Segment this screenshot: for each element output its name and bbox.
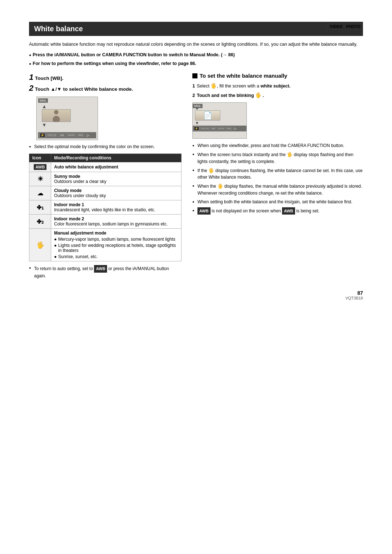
table-row: ✤₁ Indoor mode 1 Incandescent light, vid…: [29, 200, 181, 215]
awb-mode-name: Auto white balance adjustment: [54, 164, 178, 170]
indoor2-mode-name: Indoor mode 2: [54, 216, 178, 221]
right-step1: 1 Select 🖐, fill the screen with a white…: [192, 82, 363, 90]
cloudy-mode-cell: Cloudy mode Outdoors under cloudy sky: [51, 186, 181, 200]
cloudy-mode-name: Cloudy mode: [54, 188, 178, 193]
right-step1-number: 1: [192, 83, 195, 89]
manual-icon: 🖐: [36, 241, 44, 249]
manual-bullet3-text: Sunrise, sunset, etc.: [58, 254, 98, 259]
page-number: 87: [357, 290, 363, 296]
indoor2-mode-desc: Color fluorescent lamps, sodium lamps in…: [54, 221, 178, 227]
camera-screen-right: MHL ▲ 📄 ▼ ⚡ FOCUS WB SHTR IRIS: [192, 102, 247, 139]
table-col2-header: Mode/Recording conditions: [51, 154, 181, 162]
manual-mode-name: Manual adjustment mode: [54, 231, 178, 236]
indoor1-mode-cell: Indoor mode 1 Incandescent light, video …: [51, 200, 181, 215]
return-note: To return to auto setting, set to AWB or…: [29, 265, 181, 279]
page-title: White balance: [29, 22, 363, 36]
section-title-box: To set the white balance manually: [192, 73, 363, 79]
table-col1-header: Icon: [29, 154, 51, 162]
cloudy-icon: ☁: [37, 190, 43, 196]
manual-icon-cell: 🖐: [29, 229, 51, 261]
right-bullets: When using the viewfinder, press and hol…: [192, 142, 363, 215]
video-photo-badge: VIDEOPHOTO: [327, 23, 363, 30]
sunny-mode-cell: Sunny mode Outdoors under a clear sky: [51, 172, 181, 186]
awb-badge-right1: AWB: [197, 207, 211, 215]
section-title: To set the white balance manually: [200, 73, 287, 79]
right-bullet-6: AWB is not displayed on the screen when …: [192, 207, 363, 215]
manual-bullet2-text: Lights used for wedding receptions at ho…: [58, 243, 178, 253]
mode-table: Icon Mode/Recording conditions AWB Auto …: [29, 154, 181, 261]
svg-point-1: [53, 116, 60, 122]
awb-mode-cell: Auto white balance adjustment: [51, 162, 181, 172]
step2-line: 2 Touch ▲/▼ to select White balance mode…: [29, 83, 181, 93]
right-bullet-2: When the screen turns black instantly an…: [192, 151, 363, 165]
right-step2: 2 Touch and set the blinking 🖐 .: [192, 92, 363, 99]
indoor2-icon-cell: ✤₂: [29, 215, 51, 229]
table-row: ☁ Cloudy mode Outdoors under cloudy sky: [29, 186, 181, 200]
right-bullet-4: When the 🖐 display flashes, the manual w…: [192, 183, 363, 196]
indoor1-mode-desc: Incandescent light, video lights like in…: [54, 207, 178, 212]
indoor2-icon: ✤₂: [37, 219, 44, 225]
indoor1-icon: ✤₁: [37, 204, 44, 211]
left-column: 1 Touch [WB]. 2 Touch ▲/▼ to select Whit…: [29, 73, 181, 279]
step2-number: 2: [29, 83, 33, 93]
awb-badge: AWB: [34, 164, 47, 170]
video-label: VIDEO: [330, 24, 344, 29]
awb-badge-right2: AWB: [282, 207, 295, 215]
sunny-icon-cell: ☀: [29, 172, 51, 186]
awb-icon-cell: AWB: [29, 162, 51, 172]
bullet-viewfinder: For how to perform the settings when usi…: [29, 60, 363, 67]
awb-badge-inline: AWB: [94, 265, 107, 273]
indoor1-icon-cell: ✤₁: [29, 200, 51, 215]
right-step2-desc: Touch and set the blinking 🖐 .: [197, 92, 264, 99]
photo-label: PHOTO: [346, 24, 360, 29]
sunny-mode-desc: Outdoors under a clear sky: [54, 179, 178, 184]
right-step1-desc: Select 🖐, fill the screen with a white s…: [197, 82, 290, 90]
manual-bullets: ● Mercury-vapor lamps, sodium lamps, som…: [54, 237, 178, 259]
cloudy-mode-desc: Outdoors under cloudy sky: [54, 193, 178, 198]
right-bullet-5: When setting both the white balance and …: [192, 199, 363, 205]
page-content: VIDEOPHOTO White balance Automatic white…: [29, 22, 363, 300]
step2-text: Touch ▲/▼ to select White balance mode.: [35, 86, 133, 93]
svg-point-0: [54, 110, 58, 114]
cloudy-icon-cell: ☁: [29, 186, 51, 200]
table-row: ✤₂ Indoor mode 2 Color fluorescent lamps…: [29, 215, 181, 229]
manual-bullet2: ● Lights used for wedding receptions at …: [54, 243, 178, 253]
black-square-icon: [192, 73, 197, 78]
manual-mode-cell: Manual adjustment mode ● Mercury-vapor l…: [51, 229, 181, 261]
screen-label: MHL: [38, 98, 48, 103]
table-row: 🖐 Manual adjustment mode ● Mercury-vapor…: [29, 229, 181, 261]
right-column: To set the white balance manually 1 Sele…: [192, 73, 363, 279]
manual-bullet3: ● Sunrise, sunset, etc.: [54, 254, 178, 259]
select-note: Select the optimal mode by confirming th…: [29, 144, 181, 150]
right-bullet-1: When using the viewfinder, press and hol…: [192, 142, 363, 149]
sunny-icon: ☀: [37, 175, 43, 183]
sunny-mode-name: Sunny mode: [54, 174, 178, 179]
right-bullet-3: If the 🖐 display continues flashing, the…: [192, 167, 363, 181]
indoor1-mode-name: Indoor mode 1: [54, 202, 178, 207]
manual-bullet1-text: Mercury-vapor lamps, sodium lamps, some …: [58, 237, 175, 242]
table-row: ☀ Sunny mode Outdoors under a clear sky: [29, 172, 181, 186]
indoor2-mode-cell: Indoor mode 2 Color fluorescent lamps, s…: [51, 215, 181, 229]
page-number-area: 87 VQT3B18: [29, 290, 363, 300]
person-silhouette: [49, 109, 64, 122]
manual-bullet1: ● Mercury-vapor lamps, sodium lamps, som…: [54, 237, 178, 242]
bullet-manual-mode: Press the iA/MANUAL button or CAMERA FUN…: [29, 52, 363, 58]
step1-number: 1: [29, 73, 33, 82]
right-step2-number: 2: [192, 93, 195, 98]
table-row: AWB Auto white balance adjustment: [29, 162, 181, 172]
step1-line: 1 Touch [WB].: [29, 73, 181, 82]
step1-text: Touch [WB].: [35, 75, 63, 82]
vqt-code: VQT3B18: [29, 296, 363, 300]
intro-text: Automatic white balance function may not…: [29, 41, 363, 48]
camera-screen-left: MHL ▲ ▼ ⚡: [36, 97, 98, 140]
